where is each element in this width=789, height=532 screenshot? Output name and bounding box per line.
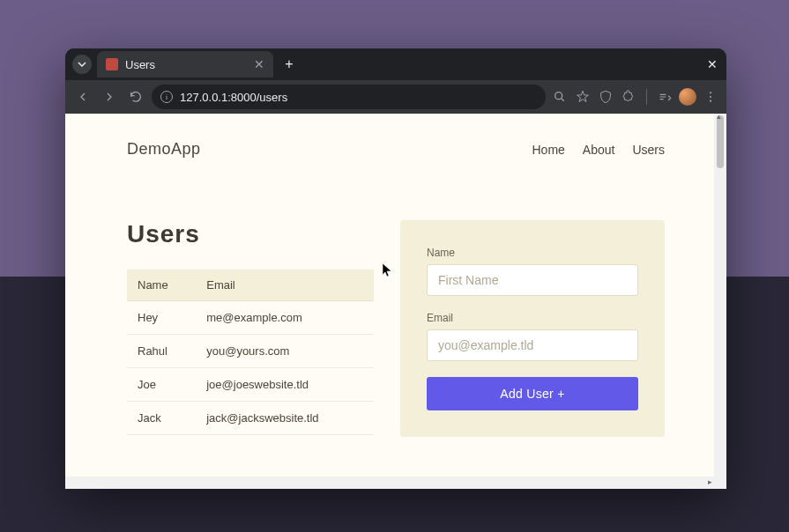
cell-name: Rahul [127, 335, 196, 368]
nav-link-users[interactable]: Users [632, 143, 665, 157]
browser-toolbar: i 127.0.0.1:8000/users [65, 80, 726, 114]
nav-links: Home About Users [532, 143, 665, 157]
vertical-scrollbar[interactable] [714, 114, 726, 489]
profile-avatar[interactable] [679, 88, 696, 106]
tab-bar: Users ✕ + ✕ [65, 48, 726, 80]
cell-name: Jack [127, 402, 196, 435]
table-row: Rahul you@yours.com [127, 335, 374, 368]
media-control-icon[interactable] [656, 88, 674, 106]
kebab-menu-button[interactable] [702, 88, 719, 106]
svg-point-1 [710, 92, 711, 93]
cell-email: joe@joeswebsite.tld [196, 368, 374, 402]
cell-email: you@yours.com [196, 335, 374, 368]
browser-tab[interactable]: Users ✕ [97, 51, 273, 78]
cell-email: me@example.com [196, 301, 374, 335]
tab-title: Users [125, 58, 247, 71]
svg-point-2 [710, 96, 711, 98]
site-navbar: DemoApp Home About Users [127, 140, 665, 159]
brand-logo[interactable]: DemoApp [127, 140, 201, 159]
back-button[interactable] [72, 86, 93, 107]
extensions-button[interactable] [620, 88, 637, 106]
email-label: Email [427, 312, 638, 324]
zoom-icon[interactable] [551, 88, 569, 106]
page-title: Users [127, 220, 374, 248]
add-user-button[interactable]: Add User + [427, 377, 638, 410]
close-tab-button[interactable]: ✕ [254, 57, 264, 71]
nav-link-home[interactable]: Home [532, 143, 564, 157]
name-input[interactable] [427, 264, 638, 296]
name-label: Name [427, 247, 638, 259]
horizontal-scrollbar[interactable] [65, 477, 714, 489]
reload-button[interactable] [125, 86, 146, 107]
new-tab-button[interactable]: + [279, 54, 300, 75]
table-row: Jack jack@jackswebsite.tld [127, 402, 374, 435]
window-close-button[interactable]: ✕ [707, 57, 718, 71]
add-user-form: Name Email Add User + [400, 220, 665, 437]
cell-name: Hey [127, 301, 196, 335]
svg-point-3 [710, 100, 711, 102]
table-row: Joe joe@joeswebsite.tld [127, 368, 374, 402]
bookmark-button[interactable] [574, 88, 592, 106]
chevron-down-icon [78, 62, 86, 67]
svg-point-0 [555, 92, 562, 100]
shield-icon[interactable] [597, 88, 614, 106]
url-text: 127.0.0.1:8000/users [180, 91, 537, 104]
cell-name: Joe [127, 368, 196, 402]
site-info-icon[interactable]: i [160, 91, 173, 103]
tab-favicon-icon [106, 58, 118, 70]
forward-button[interactable] [99, 86, 120, 107]
table-row: Hey me@example.com [127, 301, 374, 335]
users-table: Name Email Hey me@example.com Rahul you@… [127, 270, 374, 435]
col-header-name: Name [127, 270, 196, 301]
nav-link-about[interactable]: About [583, 143, 615, 157]
col-header-email: Email [196, 270, 374, 301]
browser-window: Users ✕ + ✕ i 127.0.0.1:8000/users DemoA… [65, 48, 726, 489]
cell-email: jack@jackswebsite.tld [196, 402, 374, 435]
tab-search-button[interactable] [72, 55, 92, 74]
toolbar-divider [646, 89, 647, 105]
email-input[interactable] [427, 329, 638, 361]
address-bar[interactable]: i 127.0.0.1:8000/users [152, 85, 546, 109]
page-viewport: DemoApp Home About Users Users Name Emai… [65, 114, 726, 489]
